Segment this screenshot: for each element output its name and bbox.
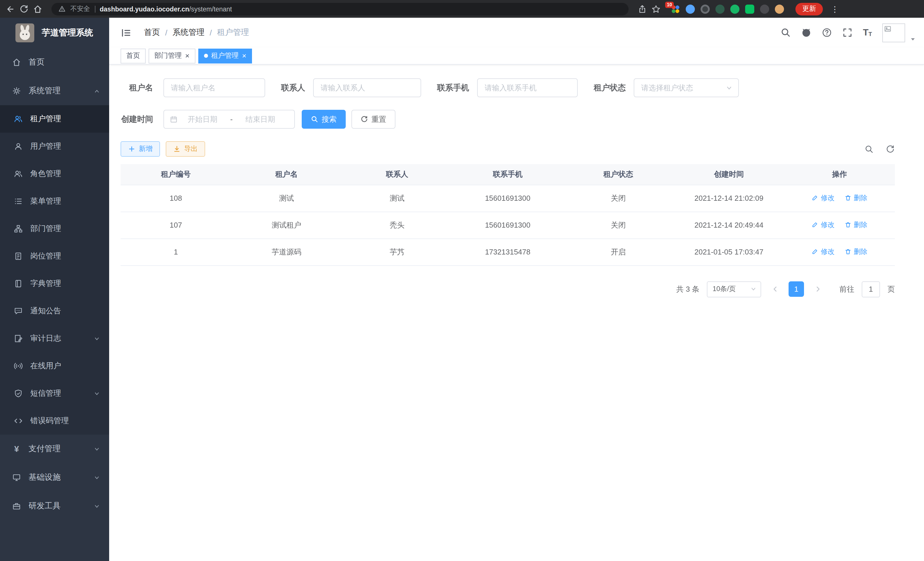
sidebar-item-home[interactable]: 首页 (0, 48, 109, 77)
trash-icon (844, 222, 851, 229)
status-select[interactable]: 请选择租户状态 (634, 78, 739, 97)
sidebar-item-tenant[interactable]: 租户管理 (0, 105, 109, 133)
download-icon (173, 145, 181, 153)
search-icon[interactable] (781, 27, 791, 38)
date-range-picker[interactable]: 开始日期 - 结束日期 (164, 110, 295, 129)
sidebar-item-dept[interactable]: 部门管理 (0, 215, 109, 242)
sidebar-item-online-users[interactable]: 在线用户 (0, 352, 109, 380)
tenant-table: 租户编号 租户名 联系人 联系手机 租户状态 创建时间 操作 108 测试 (121, 164, 895, 266)
edit-button[interactable]: 修改 (812, 193, 835, 203)
delete-button[interactable]: 删除 (844, 220, 867, 230)
contact-input[interactable] (313, 78, 421, 97)
current-page-button[interactable]: 1 (789, 281, 804, 297)
reset-button[interactable]: 重置 (351, 110, 395, 129)
sidebar-item-system[interactable]: 系统管理 (0, 77, 109, 105)
toggle-search-icon[interactable] (865, 144, 874, 153)
active-tab-dot (204, 54, 208, 58)
security-warning-icon (58, 5, 66, 13)
reload-icon[interactable] (20, 4, 28, 14)
cell-tenant-id: 107 (121, 212, 231, 238)
sidebar-item-infrastructure[interactable]: 基础设施 (0, 463, 109, 492)
sidebar-item-dict[interactable]: 字典管理 (0, 270, 109, 297)
page-size-select[interactable]: 10条/页 (707, 281, 761, 297)
sidebar-item-audit-log[interactable]: 审计日志 (0, 325, 109, 352)
prev-page-button[interactable] (769, 281, 781, 297)
phone-label: 联系手机 (437, 83, 469, 93)
app-logo[interactable]: 芋道管理系统 (0, 18, 109, 48)
home-icon[interactable] (33, 4, 42, 14)
chrome-update-button[interactable]: 更新 (795, 3, 823, 15)
edit-button[interactable]: 修改 (812, 220, 835, 230)
back-icon[interactable] (6, 4, 15, 14)
address-bar[interactable]: 不安全 dashboard.yudao.iocoder.cn/system/te… (51, 3, 628, 15)
sidebar-item-post[interactable]: 岗位管理 (0, 242, 109, 270)
avatar[interactable] (882, 23, 905, 42)
extension-icon-4[interactable] (716, 4, 724, 14)
sidebar-item-notice[interactable]: 通知公告 (0, 297, 109, 325)
extension-icon-6[interactable] (745, 4, 754, 14)
share-icon[interactable] (638, 4, 647, 14)
goto-page-input[interactable] (862, 281, 880, 297)
extension-icon-2[interactable] (686, 4, 695, 14)
font-size-icon[interactable]: TT (863, 28, 872, 37)
sidebar-item-sms[interactable]: 短信管理 (0, 380, 109, 407)
help-icon[interactable] (822, 27, 832, 38)
sidebar-item-payment[interactable]: ¥ 支付管理 (0, 435, 109, 463)
tag-view-bar: 首页 部门管理 × 租户管理 × (109, 47, 924, 65)
roles-icon (14, 169, 23, 178)
sidebar-item-role[interactable]: 角色管理 (0, 160, 109, 188)
plus-icon (128, 145, 135, 153)
delete-button[interactable]: 删除 (844, 193, 867, 203)
sidebar-item-dev-tools[interactable]: 研发工具 (0, 492, 109, 520)
col-tenant-name: 租户名 (231, 164, 342, 185)
cell-created: 2021-12-14 21:02:09 (674, 185, 784, 212)
trash-icon (844, 195, 851, 202)
delete-button[interactable]: 删除 (844, 247, 867, 257)
add-button[interactable]: 新增 (121, 141, 160, 157)
extension-icon-7[interactable] (760, 4, 769, 14)
chevron-down-icon (94, 390, 100, 397)
search-button[interactable]: 搜索 (302, 110, 346, 129)
browser-menu-icon[interactable]: ⋮ (831, 4, 839, 14)
refresh-table-icon[interactable] (886, 144, 895, 153)
url-domain: dashboard.yudao.iocoder.cn (100, 5, 189, 12)
tab-dept[interactable]: 部门管理 × (148, 48, 195, 63)
pagination-total: 共 3 条 (676, 284, 699, 294)
caret-down-icon[interactable] (910, 36, 916, 42)
extension-icon-8[interactable] (775, 4, 784, 14)
tab-tenant[interactable]: 租户管理 × (198, 48, 252, 63)
sidebar-item-error-code[interactable]: 错误码管理 (0, 407, 109, 435)
list-icon (14, 197, 23, 206)
edit-button[interactable]: 修改 (812, 247, 835, 257)
breadcrumb-home[interactable]: 首页 (144, 27, 160, 38)
fullscreen-icon[interactable] (842, 27, 853, 38)
tenant-name-input[interactable] (164, 78, 265, 97)
table-row: 107 测试租户 秃头 15601691300 关闭 2021-12-14 20… (121, 212, 895, 238)
extension-icon-5[interactable] (730, 4, 740, 14)
code-icon (14, 416, 23, 426)
github-icon[interactable] (801, 27, 812, 38)
next-page-button[interactable] (812, 281, 824, 297)
chevron-down-icon (94, 335, 100, 342)
sidebar-item-menu[interactable]: 菜单管理 (0, 188, 109, 215)
badge-icon (14, 252, 23, 261)
chevron-up-icon (94, 88, 100, 94)
breadcrumb-system[interactable]: 系统管理 (172, 27, 205, 38)
end-date-placeholder: 结束日期 (238, 114, 283, 124)
book-icon (14, 279, 23, 288)
tab-home[interactable]: 首页 (121, 48, 146, 63)
collapse-sidebar-icon[interactable] (121, 27, 131, 38)
extension-icon-1[interactable]: 10 (671, 4, 680, 14)
bookmark-star-icon[interactable] (651, 4, 661, 14)
cell-created: 2021-12-14 20:49:44 (674, 212, 784, 238)
close-tab-icon[interactable]: × (185, 52, 189, 59)
cell-tenant-id: 108 (121, 185, 231, 212)
table-row: 108 测试 测试 15601691300 关闭 2021-12-14 21:0… (121, 185, 895, 212)
export-button[interactable]: 导出 (166, 141, 205, 157)
users-icon (14, 114, 23, 123)
sidebar-item-user[interactable]: 用户管理 (0, 133, 109, 160)
extension-icon-3[interactable] (700, 4, 710, 14)
home-icon (12, 58, 21, 67)
phone-input[interactable] (477, 78, 578, 97)
close-tab-icon[interactable]: × (242, 52, 246, 59)
